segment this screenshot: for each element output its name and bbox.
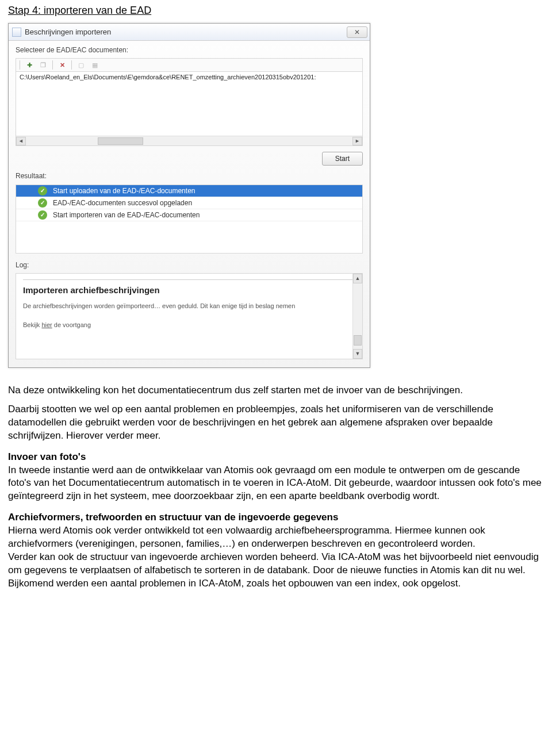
file-list[interactable]: C:\Users\Roeland_en_Els\Documents\E\gemd… xyxy=(16,71,363,146)
toolbar-extra1-button[interactable]: ▢ xyxy=(75,60,87,70)
log-panel: ▲ ▼ Importeren archiefbeschrijvingen De … xyxy=(16,273,363,359)
scroll-left-button[interactable]: ◄ xyxy=(16,137,26,145)
close-button[interactable]: ✕ xyxy=(347,26,367,38)
square-icon: ▢ xyxy=(78,61,84,70)
log-heading: Importeren archiefbeschrijvingen xyxy=(23,285,355,296)
log-footer-suffix: de voortgang xyxy=(52,321,91,328)
result-text: Start uploaden van de EAD-/EAC-documente… xyxy=(53,186,195,195)
result-text: EAD-/EAC-documenten succesvol opgeladen xyxy=(53,198,192,208)
toolbar-extra2-button[interactable]: ▦ xyxy=(89,60,101,70)
dialog-title: Beschrijvingen importeren xyxy=(25,27,111,37)
select-documents-label: Selecteer de EAD/EAC documenten: xyxy=(16,45,363,55)
grid-icon: ▦ xyxy=(92,61,98,70)
scroll-track[interactable] xyxy=(26,137,352,145)
progress-link[interactable]: hier xyxy=(41,321,52,328)
scroll-track[interactable] xyxy=(353,283,362,349)
horizontal-scrollbar[interactable]: ◄ ► xyxy=(16,136,362,145)
check-icon: ✓ xyxy=(38,210,47,220)
result-label: Resultaat: xyxy=(16,171,363,181)
result-list: ✓ Start uploaden van de EAD-/EAC-documen… xyxy=(16,185,363,254)
scroll-up-button[interactable]: ▲ xyxy=(353,274,362,283)
scroll-down-button[interactable]: ▼ xyxy=(353,349,362,359)
vertical-scrollbar[interactable]: ▲ ▼ xyxy=(352,274,362,359)
check-icon: ✓ xyxy=(38,198,47,208)
app-icon xyxy=(12,28,21,37)
scroll-right-button[interactable]: ► xyxy=(352,137,362,145)
paragraph: Verder kan ook de structuur van ingevoer… xyxy=(8,551,544,590)
file-list-item[interactable]: C:\Users\Roeland_en_Els\Documents\E\gemd… xyxy=(16,72,362,83)
log-status-text: De archiefbeschrijvingen worden geïmport… xyxy=(23,302,355,310)
copy-icon: ❐ xyxy=(40,61,46,70)
log-label: Log: xyxy=(16,260,363,270)
check-icon: ✓ xyxy=(38,186,47,195)
section-heading: Archiefvormers, trefwoorden en structuur… xyxy=(8,511,544,524)
import-dialog: Beschrijvingen importeren ✕ Selecteer de… xyxy=(8,23,370,368)
result-row[interactable]: ✓ Start importeren van de EAD-/EAC-docum… xyxy=(16,209,362,221)
section-heading: Invoer van foto's xyxy=(8,451,544,464)
add-multiple-button[interactable]: ❐ xyxy=(37,60,49,70)
result-text: Start importeren van de EAD-/EAC-documen… xyxy=(53,210,200,220)
result-row[interactable]: ✓ EAD-/EAC-documenten succesvol opgelade… xyxy=(16,197,362,209)
delete-icon: ✕ xyxy=(60,61,65,70)
file-toolbar: ✚ ❐ ✕ ▢ ▦ xyxy=(16,58,363,71)
close-icon: ✕ xyxy=(354,28,360,37)
add-icon: ✚ xyxy=(27,61,32,70)
paragraph: Daarbij stootten we wel op een aantal pr… xyxy=(8,403,544,443)
scroll-thumb[interactable] xyxy=(354,335,362,346)
remove-file-button[interactable]: ✕ xyxy=(56,60,68,70)
paragraph: Hierna werd Atomis ook verder ontwikkeld… xyxy=(8,524,544,551)
result-row[interactable]: ✓ Start uploaden van de EAD-/EAC-documen… xyxy=(16,185,362,197)
paragraph: In tweede instantie werd aan de ontwikke… xyxy=(8,464,544,504)
scroll-thumb[interactable] xyxy=(98,137,144,145)
log-footer-prefix: Bekijk xyxy=(23,321,41,328)
add-file-button[interactable]: ✚ xyxy=(24,60,35,70)
step-heading: Stap 4: importeren van de EAD xyxy=(8,3,544,17)
log-footer: Bekijk hier de voortgang xyxy=(23,321,355,329)
dialog-titlebar: Beschrijvingen importeren ✕ xyxy=(9,24,370,41)
paragraph: Na deze ontwikkeling kon het documentati… xyxy=(8,384,544,397)
start-button[interactable]: Start xyxy=(322,152,363,166)
